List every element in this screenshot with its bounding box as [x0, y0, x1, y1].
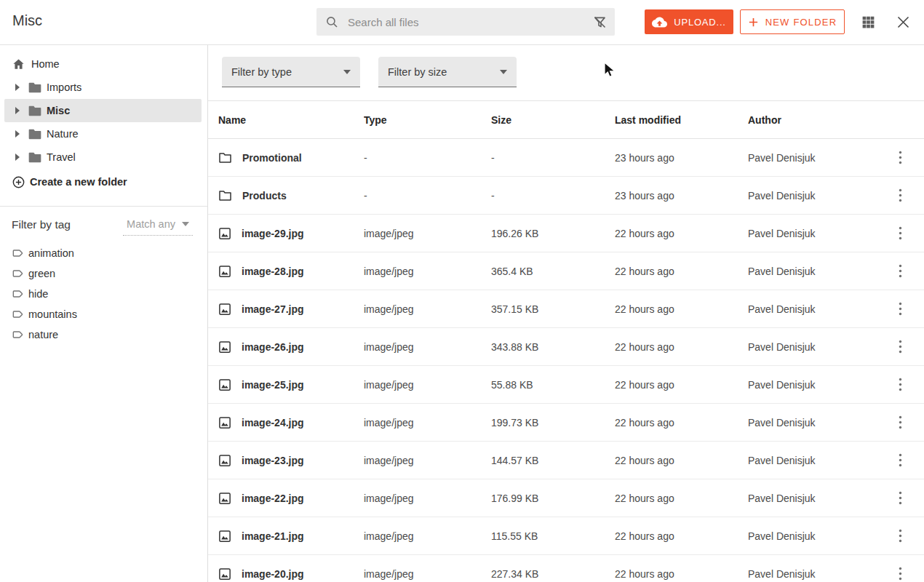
- search-input[interactable]: [346, 15, 592, 29]
- file-type: image/jpeg: [364, 266, 491, 277]
- upload-button-label: UPLOAD...: [674, 17, 726, 28]
- image-file-icon: [218, 227, 231, 240]
- chevron-right-icon[interactable]: [15, 107, 22, 114]
- sidebar-folder-item[interactable]: Travel: [4, 146, 202, 169]
- row-menu-kebab-icon[interactable]: [896, 526, 905, 546]
- filter-by-type-label: Filter by type: [231, 66, 292, 78]
- sidebar-item-label: Home: [31, 58, 60, 70]
- sidebar-folder-item[interactable]: Misc: [4, 99, 202, 122]
- file-modified: 22 hours ago: [615, 417, 748, 428]
- sidebar-folder-label: Travel: [47, 151, 76, 163]
- sidebar-folder-label: Misc: [47, 105, 70, 116]
- close-icon[interactable]: [896, 15, 911, 30]
- tag-filter-item[interactable]: mountains: [0, 304, 207, 324]
- tag-icon: [12, 329, 25, 340]
- table-row[interactable]: image-25.jpg image/jpeg 55.88 KB 22 hour…: [208, 366, 924, 404]
- sidebar-folder-item[interactable]: Imports: [4, 76, 202, 99]
- chevron-right-icon[interactable]: [15, 154, 22, 161]
- tag-filter-header: Filter by tag Match any: [12, 215, 193, 236]
- image-file-icon: [218, 340, 231, 354]
- clear-filter-icon[interactable]: [592, 15, 608, 30]
- file-name: image-29.jpg: [242, 228, 304, 239]
- file-name: image-22.jpg: [242, 493, 304, 504]
- row-menu-kebab-icon[interactable]: [896, 337, 905, 356]
- image-file-icon: [218, 492, 231, 505]
- file-author: Pavel Denisjuk: [748, 568, 876, 580]
- tag-filter-title: Filter by tag: [12, 215, 71, 231]
- new-folder-button[interactable]: NEW FOLDER: [740, 9, 845, 34]
- file-size: 55.88 KB: [491, 379, 615, 391]
- file-type: -: [364, 190, 491, 202]
- table-row[interactable]: image-29.jpg image/jpeg 196.26 KB 22 hou…: [208, 215, 924, 252]
- sidebar: Home Imports Misc: [0, 45, 208, 582]
- tag-filter-item[interactable]: animation: [0, 243, 207, 263]
- file-size: -: [491, 190, 615, 202]
- filter-by-size-select[interactable]: Filter by size: [378, 57, 517, 87]
- file-name: image-27.jpg: [242, 303, 304, 315]
- row-menu-kebab-icon[interactable]: [896, 223, 905, 243]
- content-area: Filter by type Filter by size Name Type …: [208, 45, 924, 582]
- file-author: Pavel Denisjuk: [748, 266, 876, 277]
- chevron-right-icon[interactable]: [15, 84, 22, 91]
- tag-filter-item[interactable]: green: [0, 263, 207, 284]
- tag-filter-item[interactable]: hide: [0, 284, 207, 304]
- table-header-row: Name Type Size Last modified Author: [208, 100, 924, 139]
- cloud-upload-icon: [652, 15, 667, 30]
- table-row[interactable]: image-28.jpg image/jpeg 365.4 KB 22 hour…: [208, 252, 924, 290]
- file-size: 343.88 KB: [491, 341, 615, 353]
- file-modified: 23 hours ago: [615, 152, 748, 164]
- upload-button[interactable]: UPLOAD...: [645, 9, 733, 34]
- file-author: Pavel Denisjuk: [748, 493, 876, 504]
- table-row[interactable]: image-20.jpg image/jpeg 227.34 KB 22 hou…: [208, 555, 924, 582]
- tag-filter-item[interactable]: nature: [0, 324, 207, 345]
- page-title: Misc: [12, 12, 42, 29]
- create-new-folder-label: Create a new folder: [30, 176, 127, 188]
- table-row[interactable]: image-23.jpg image/jpeg 144.57 KB 22 hou…: [208, 442, 924, 479]
- new-folder-button-label: NEW FOLDER: [765, 17, 837, 28]
- row-menu-kebab-icon[interactable]: [896, 375, 905, 394]
- image-file-icon: [218, 530, 231, 543]
- row-menu-kebab-icon[interactable]: [896, 564, 905, 582]
- file-author: Pavel Denisjuk: [748, 152, 876, 164]
- filter-by-type-select[interactable]: Filter by type: [222, 57, 360, 87]
- file-author: Pavel Denisjuk: [748, 379, 876, 391]
- file-type: -: [364, 152, 491, 164]
- table-row[interactable]: image-22.jpg image/jpeg 176.99 KB 22 hou…: [208, 479, 924, 517]
- tag-match-select[interactable]: Match any: [123, 215, 193, 236]
- folder-tree: Imports Misc Nature: [0, 76, 207, 169]
- file-author: Pavel Denisjuk: [748, 455, 876, 466]
- table-body: Promotional - - 23 hours ago Pavel Denis…: [208, 139, 924, 582]
- table-row[interactable]: image-21.jpg image/jpeg 115.55 KB 22 hou…: [208, 517, 924, 555]
- file-size: 199.73 KB: [491, 417, 615, 428]
- column-header-name: Name: [208, 114, 364, 126]
- file-author: Pavel Denisjuk: [748, 417, 876, 428]
- row-menu-kebab-icon[interactable]: [896, 412, 905, 432]
- tag-label: animation: [28, 247, 74, 259]
- chevron-down-icon: [343, 70, 351, 74]
- row-menu-kebab-icon[interactable]: [896, 186, 905, 205]
- row-menu-kebab-icon[interactable]: [896, 148, 905, 167]
- chevron-right-icon[interactable]: [15, 130, 22, 137]
- grid-view-icon[interactable]: [861, 15, 876, 30]
- row-menu-kebab-icon[interactable]: [896, 299, 905, 319]
- sidebar-folder-item[interactable]: Nature: [4, 122, 202, 146]
- file-size: 176.99 KB: [491, 493, 615, 504]
- table-row[interactable]: image-27.jpg image/jpeg 357.15 KB 22 hou…: [208, 290, 924, 328]
- table-row[interactable]: image-24.jpg image/jpeg 199.73 KB 22 hou…: [208, 404, 924, 442]
- table-row[interactable]: Promotional - - 23 hours ago Pavel Denis…: [208, 139, 924, 177]
- table-row[interactable]: image-26.jpg image/jpeg 343.88 KB 22 hou…: [208, 328, 924, 366]
- sidebar-item-home[interactable]: Home: [0, 55, 207, 73]
- file-name: Products: [242, 190, 287, 202]
- row-menu-kebab-icon[interactable]: [896, 488, 905, 508]
- row-menu-kebab-icon[interactable]: [896, 261, 905, 281]
- circle-plus-icon: [12, 176, 25, 188]
- file-size: 357.15 KB: [491, 303, 615, 315]
- tag-label: mountains: [28, 308, 77, 320]
- create-new-folder-button[interactable]: Create a new folder: [0, 172, 207, 191]
- search-icon: [325, 15, 339, 29]
- table-row[interactable]: Products - - 23 hours ago Pavel Denisjuk: [208, 177, 924, 215]
- file-author: Pavel Denisjuk: [748, 190, 876, 202]
- row-menu-kebab-icon[interactable]: [896, 450, 905, 470]
- file-name: image-24.jpg: [242, 417, 304, 428]
- file-size: 144.57 KB: [491, 455, 615, 466]
